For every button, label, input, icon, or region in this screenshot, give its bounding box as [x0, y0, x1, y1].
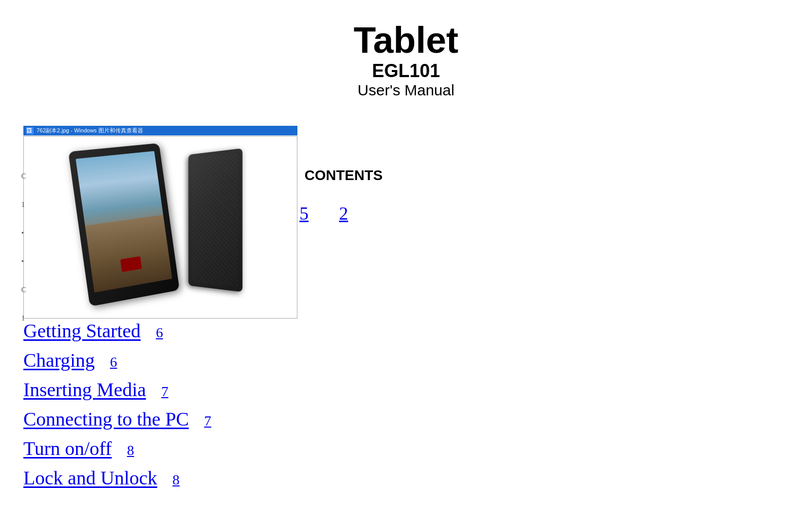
viewer-app-icon: 🖼	[26, 127, 33, 134]
contents-page-numbers: 5 2	[299, 203, 348, 224]
toc-item-lock-unlock: Lock and Unlock 8	[23, 467, 379, 489]
left-side-marks: C 1 • • C 1	[21, 172, 26, 323]
mark-3: •	[21, 229, 26, 237]
tablet-front-image	[80, 147, 176, 304]
toc-link-inserting-media[interactable]: Inserting Media	[23, 378, 146, 401]
mark-5: C	[21, 286, 26, 294]
model-number: EGL101	[0, 60, 812, 82]
toc-page-turn-onoff[interactable]: 8	[127, 442, 134, 459]
contents-page-5-link[interactable]: 5	[299, 203, 309, 224]
mark-2: 1	[21, 201, 26, 209]
toc-link-turn-onoff[interactable]: Turn on/off	[23, 437, 112, 460]
image-frame	[23, 136, 297, 319]
tablet-body	[68, 143, 179, 306]
toc-link-connecting-pc[interactable]: Connecting to the PC	[23, 408, 189, 430]
toc-item-getting-started: Getting Started 6	[23, 320, 379, 342]
mark-4: •	[21, 258, 26, 266]
subtitle: User's Manual	[0, 82, 812, 99]
toc-section: Getting Started 6 Charging 6 Inserting M…	[23, 320, 379, 496]
tablet-screen	[76, 151, 172, 293]
screen-road	[85, 215, 173, 293]
toc-link-lock-unlock[interactable]: Lock and Unlock	[23, 467, 157, 489]
contents-label: CONTENTS	[304, 167, 383, 184]
mark-1: C	[21, 172, 26, 181]
toc-page-inserting-media[interactable]: 7	[161, 383, 168, 400]
page-container: Tablet EGL101 User's Manual 🖼 762副本2.jpg…	[0, 0, 812, 134]
tablet-back-image	[188, 148, 242, 292]
toc-page-getting-started[interactable]: 6	[156, 325, 163, 341]
contents-page-2-link[interactable]: 2	[339, 203, 348, 224]
viewer-title-text: 762副本2.jpg - Windows 图片和传真查看器	[37, 127, 143, 134]
tablet-back-texture	[192, 153, 238, 288]
toc-item-turn-onoff: Turn on/off 8	[23, 437, 379, 460]
page-title: Tablet	[0, 20, 812, 60]
toc-page-charging[interactable]: 6	[110, 354, 117, 370]
toc-page-lock-unlock[interactable]: 8	[173, 472, 180, 488]
toc-link-getting-started[interactable]: Getting Started	[23, 320, 141, 342]
windows-viewer-bar: 🖼 762副本2.jpg - Windows 图片和传真查看器	[23, 126, 297, 135]
toc-item-connecting-pc: Connecting to the PC 7	[23, 408, 379, 430]
toc-item-inserting-media: Inserting Media 7	[23, 378, 379, 401]
toc-item-charging: Charging 6	[23, 349, 379, 371]
toc-page-connecting-pc[interactable]: 7	[204, 413, 211, 429]
title-section: Tablet EGL101 User's Manual	[0, 20, 812, 99]
toc-link-charging[interactable]: Charging	[23, 349, 95, 371]
